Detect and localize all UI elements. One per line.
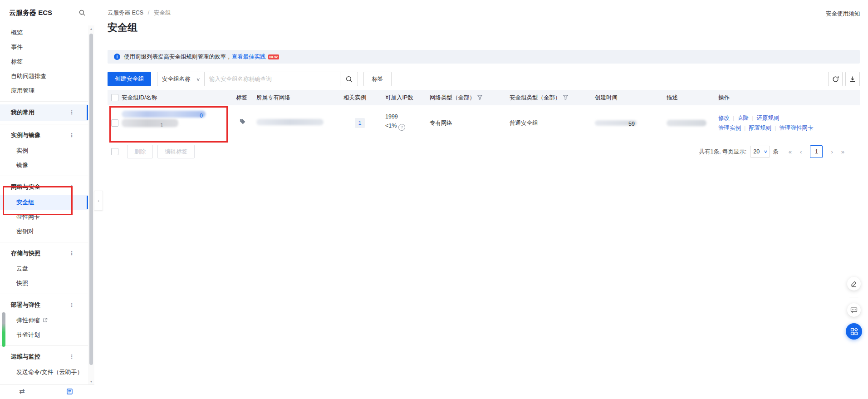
- next-page-button[interactable]: ›: [831, 148, 833, 155]
- more-dots-icon[interactable]: ⋮: [69, 297, 74, 313]
- footer-checkbox[interactable]: [111, 148, 118, 155]
- scroll-progress-indicator: [2, 312, 5, 347]
- sidebar-item-troubleshooting[interactable]: 自助问题排查: [0, 69, 88, 84]
- sidebar-item-network-security[interactable]: 网络与安全⋮: [0, 179, 88, 195]
- filter-funnel-icon[interactable]: [477, 90, 482, 106]
- sidebar-collapse-handle[interactable]: ‹: [94, 191, 103, 211]
- sidebar-title: 云服务器 ECS: [9, 9, 52, 17]
- sidebar-item-images[interactable]: 镜像: [0, 158, 88, 172]
- page-size-select[interactable]: 20 ∨: [750, 146, 770, 158]
- sidebar-item-security-groups[interactable]: 安全组: [0, 195, 88, 210]
- swap-icon[interactable]: ⇄: [19, 387, 25, 395]
- sidebar-item-label: 节省计划: [16, 331, 40, 338]
- created-time-cell: 59: [595, 120, 635, 127]
- sidebar-item-overview[interactable]: 概览: [0, 25, 88, 40]
- external-link-icon: [43, 314, 48, 328]
- scroll-up-icon[interactable]: ▲: [88, 27, 94, 30]
- security-notice-link[interactable]: 安全使用须知: [826, 10, 860, 18]
- breadcrumb-root[interactable]: 云服务器 ECS: [108, 10, 143, 16]
- sidebar-item-disks[interactable]: 云盘: [0, 261, 88, 276]
- apps-grid-button[interactable]: [846, 323, 862, 340]
- filter-funnel-icon[interactable]: [563, 90, 568, 106]
- action-restore-rules[interactable]: 还原规则: [757, 115, 780, 121]
- sidebar-item-instances[interactable]: 实例: [0, 143, 88, 158]
- best-practice-link[interactable]: 查看最佳实践: [232, 53, 266, 61]
- scroll-down-icon[interactable]: ▼: [88, 380, 94, 383]
- sidebar-item-storage-snapshots[interactable]: 存储与快照⋮: [0, 245, 88, 261]
- row-actions: 修改|克隆|还原规则 管理实例|配置规则|管理弹性网卡: [718, 113, 814, 133]
- sidebar-item-deployment-elasticity[interactable]: 部署与弹性⋮: [0, 297, 88, 313]
- related-instance-count[interactable]: 1: [355, 118, 365, 128]
- more-dots-icon[interactable]: ⋮: [69, 245, 74, 261]
- column-header-description: 描述: [667, 90, 678, 105]
- sidebar-item-key-pairs[interactable]: 密钥对: [0, 224, 88, 239]
- sidebar: 云服务器 ECS 概览事件标签自助问题排查应用管理我的常用⋮实例与镜像⋮实例镜像…: [0, 0, 94, 399]
- column-header-vpc: 所属专有网络: [256, 90, 290, 105]
- redacted-vpc-link[interactable]: [256, 119, 324, 127]
- download-button[interactable]: [845, 72, 860, 86]
- sidebar-item-ops-monitoring[interactable]: 运维与监控⋮: [0, 349, 88, 365]
- edit-tags-button[interactable]: 编辑标签: [157, 145, 195, 158]
- column-header-tags: 标签: [236, 90, 247, 105]
- sidebar-item-app-management[interactable]: 应用管理: [0, 84, 88, 98]
- action-modify[interactable]: 修改: [718, 115, 730, 121]
- sidebar-item-label: 密钥对: [16, 228, 34, 235]
- search-icon[interactable]: [79, 10, 85, 16]
- sidebar-item-label: 发送命令/文件（云助手）: [16, 369, 83, 375]
- sidebar-item-label: 我的常用: [11, 109, 34, 116]
- action-configure-rules[interactable]: 配置规则: [749, 125, 771, 131]
- page-size-value: 20: [753, 148, 760, 155]
- redacted-sg-name: [122, 119, 178, 127]
- current-page-button[interactable]: 1: [810, 145, 823, 158]
- tag-filter-button[interactable]: 标签: [363, 72, 392, 86]
- more-dots-icon[interactable]: ⋮: [69, 349, 74, 365]
- sidebar-item-send-command[interactable]: 发送命令/文件（云助手）: [0, 365, 88, 379]
- prev-page-button[interactable]: ‹: [800, 148, 802, 155]
- create-security-group-button[interactable]: 创建安全组: [108, 72, 151, 86]
- doc-list-icon[interactable]: [66, 388, 73, 395]
- action-manage-enis[interactable]: 管理弹性网卡: [780, 125, 814, 131]
- select-all-checkbox[interactable]: [111, 94, 118, 101]
- sidebar-item-label: 应用管理: [11, 87, 34, 94]
- float-divider: [849, 297, 858, 297]
- sidebar-item-events[interactable]: 事件: [0, 40, 88, 54]
- security-group-search-input[interactable]: [204, 72, 340, 86]
- row-checkbox[interactable]: [111, 119, 118, 127]
- refresh-button[interactable]: [828, 72, 843, 86]
- search-button[interactable]: [340, 72, 358, 86]
- more-dots-icon[interactable]: ⋮: [69, 179, 74, 195]
- feedback-pencil-button[interactable]: [847, 277, 861, 291]
- help-icon[interactable]: ?: [398, 124, 405, 131]
- scrollbar-thumb[interactable]: [89, 34, 93, 365]
- sidebar-item-savings-plans[interactable]: 节省计划: [0, 328, 88, 342]
- sg-id-cell[interactable]: 0 1: [122, 111, 203, 128]
- search-field-select[interactable]: 安全组名称 ∨: [157, 72, 205, 86]
- tag-icon[interactable]: [239, 118, 246, 126]
- sidebar-item-label: 运维与监控: [11, 353, 40, 360]
- sidebar-scrollbar[interactable]: ▲ ▼: [88, 25, 94, 385]
- main-content: 云服务器 ECS / 安全组 安全使用须知 安全组 使用前缀列表提高安全组规则管…: [94, 0, 868, 399]
- column-header-network-type: 网络类型（全部）: [430, 90, 482, 105]
- last-page-button[interactable]: »: [841, 148, 844, 155]
- more-dots-icon[interactable]: ⋮: [69, 127, 74, 143]
- sg-type-value: 普通安全组: [510, 119, 538, 127]
- created-time-tail: 59: [628, 121, 635, 127]
- sidebar-item-tags[interactable]: 标签: [0, 54, 88, 69]
- column-header-operations: 操作: [718, 90, 730, 105]
- more-dots-icon[interactable]: ⋮: [69, 104, 74, 121]
- sidebar-item-snapshots[interactable]: 快照: [0, 276, 88, 291]
- sidebar-divider: [0, 345, 88, 346]
- delete-button[interactable]: 删除: [127, 145, 153, 158]
- ip-quota-cell: 1999 <1%?: [385, 113, 405, 131]
- first-page-button[interactable]: «: [789, 148, 792, 155]
- sidebar-item-instances-images[interactable]: 实例与镜像⋮: [0, 127, 88, 143]
- table-row[interactable]: 0 1 1 1999 <1%? 专有网络 普通安全组 59 修改|克隆|还原规则…: [108, 105, 860, 141]
- sidebar-item-auto-scaling[interactable]: 弹性伸缩: [0, 313, 88, 328]
- sidebar-item-label: 镜像: [16, 162, 28, 168]
- action-manage-instances[interactable]: 管理实例: [718, 125, 741, 131]
- sidebar-item-my-favorites[interactable]: 我的常用⋮: [0, 104, 88, 121]
- column-header-label: 操作: [718, 94, 730, 101]
- chat-feedback-button[interactable]: [847, 303, 861, 317]
- sidebar-item-eni[interactable]: 弹性网卡: [0, 210, 88, 224]
- action-clone[interactable]: 克隆: [737, 115, 749, 121]
